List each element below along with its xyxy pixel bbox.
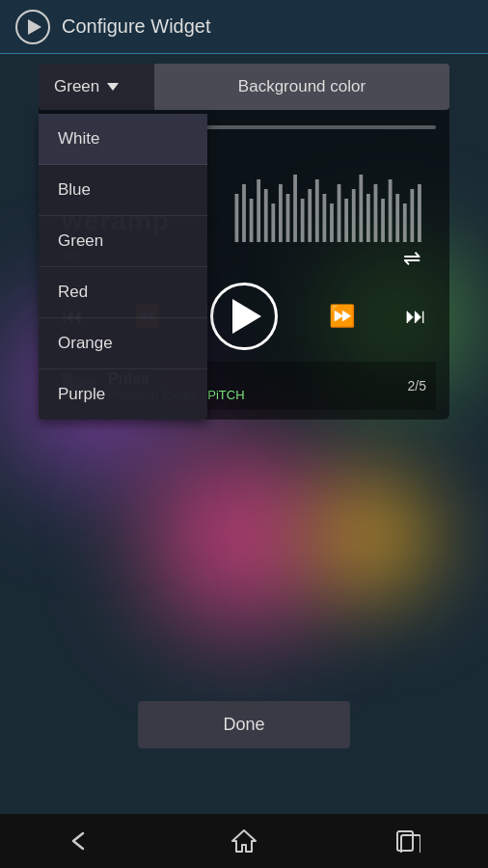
- dropdown-item-purple[interactable]: Purple: [39, 369, 207, 420]
- svg-marker-29: [232, 830, 256, 852]
- color-dropdown-trigger[interactable]: Green: [39, 64, 154, 110]
- dropdown-item-white[interactable]: White: [39, 114, 207, 165]
- done-button-label: Done: [223, 715, 264, 735]
- svg-rect-8: [293, 175, 297, 242]
- color-dropdown-menu: White Blue Green Red Orange Purple: [39, 114, 207, 420]
- dropdown-arrow-icon: [107, 83, 119, 91]
- svg-rect-24: [410, 189, 414, 242]
- play-icon: [232, 299, 261, 334]
- page-title: Configure Widget: [62, 15, 211, 38]
- svg-rect-2: [250, 199, 254, 242]
- play-button[interactable]: [210, 283, 278, 350]
- recents-button[interactable]: [393, 829, 420, 853]
- widget-container: Green Background color White Blue Green …: [39, 64, 449, 420]
- svg-rect-14: [338, 184, 341, 242]
- bg-decoration-4: [276, 440, 469, 633]
- play-circle-icon: [15, 10, 50, 44]
- svg-rect-4: [264, 189, 268, 242]
- dropdown-item-blue[interactable]: Blue: [39, 165, 207, 216]
- widget-area: Green Background color White Blue Green …: [0, 54, 488, 806]
- svg-rect-1: [242, 184, 246, 242]
- svg-rect-15: [344, 199, 348, 242]
- skip-to-end-button[interactable]: ⏭: [405, 304, 426, 329]
- svg-rect-7: [286, 194, 290, 242]
- background-color-button[interactable]: Background color: [154, 64, 449, 110]
- top-bar: Configure Widget: [0, 0, 488, 54]
- svg-rect-17: [359, 175, 363, 242]
- svg-rect-23: [403, 203, 407, 242]
- svg-rect-11: [315, 179, 319, 242]
- svg-rect-10: [308, 189, 312, 242]
- svg-rect-19: [374, 184, 378, 242]
- svg-rect-18: [366, 194, 370, 242]
- background-color-label: Background color: [238, 77, 366, 96]
- done-button-container: Done: [138, 701, 350, 748]
- svg-rect-22: [395, 194, 399, 242]
- dropdown-item-red[interactable]: Red: [39, 267, 207, 318]
- svg-rect-16: [352, 189, 356, 242]
- svg-rect-5: [271, 203, 275, 242]
- svg-rect-12: [322, 194, 326, 242]
- svg-rect-20: [381, 199, 385, 242]
- dropdown-item-green[interactable]: Green: [39, 216, 207, 267]
- back-button[interactable]: [68, 829, 95, 853]
- svg-rect-9: [301, 199, 305, 242]
- fast-forward-button[interactable]: ⏩: [329, 304, 355, 329]
- track-count: 2/5: [408, 378, 426, 393]
- done-button[interactable]: Done: [138, 701, 350, 748]
- shuffle-icon[interactable]: ⇌: [403, 246, 420, 271]
- widget-header: Green Background color White Blue Green …: [39, 64, 449, 110]
- home-button[interactable]: [230, 827, 258, 854]
- svg-rect-0: [235, 194, 239, 242]
- selected-color-label: Green: [54, 77, 99, 96]
- dropdown-item-orange[interactable]: Orange: [39, 318, 207, 369]
- svg-rect-25: [418, 184, 421, 242]
- svg-rect-21: [389, 179, 393, 242]
- svg-rect-6: [279, 184, 283, 242]
- svg-rect-13: [330, 203, 334, 242]
- nav-bar: [0, 814, 488, 868]
- svg-rect-3: [257, 179, 260, 242]
